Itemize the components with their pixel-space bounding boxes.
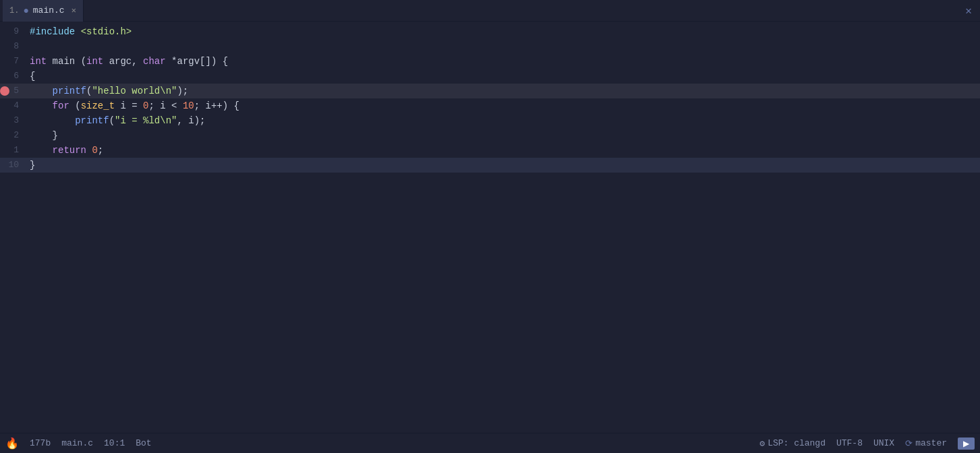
line-number-9: 9 bbox=[0, 24, 27, 39]
status-end-button[interactable]: ▶ bbox=[958, 437, 975, 450]
close-window-button[interactable]: ✕ bbox=[962, 1, 975, 20]
line-number-8: 8 bbox=[0, 39, 27, 54]
status-size: 177b bbox=[30, 438, 51, 448]
line-content-3: printf("i = %ld\n", i); bbox=[27, 113, 205, 128]
line-content-7: int main (int argc, char *argv[]) { bbox=[27, 54, 228, 69]
code-line-1: 1 return 0; bbox=[0, 143, 980, 158]
line-number-4: 4 bbox=[0, 98, 27, 113]
line-number-10: 10 bbox=[0, 158, 27, 173]
line-number-6: 6 bbox=[0, 69, 27, 84]
line-content-8 bbox=[27, 39, 35, 54]
tab-main-c[interactable]: 1. ● main.c ✕ bbox=[3, 0, 84, 22]
status-branch: ⟳ master bbox=[905, 438, 947, 449]
breakpoint-icon bbox=[0, 86, 9, 96]
code-area: 9 #include <stdio.h> 8 7 int main (int a… bbox=[0, 24, 980, 173]
code-line-3: 3 printf("i = %ld\n", i); bbox=[0, 113, 980, 128]
status-bar: 🔥 177b main.c 10:1 Bot ⚙ LSP: clangd UTF… bbox=[0, 433, 980, 453]
status-filename: main.c bbox=[61, 438, 93, 448]
status-lsp: ⚙ LSP: clangd bbox=[759, 438, 826, 449]
tab-bar: 1. ● main.c ✕ ✕ bbox=[0, 0, 980, 22]
status-line-ending: UNIX bbox=[873, 438, 894, 448]
status-mode: Bot bbox=[136, 438, 151, 448]
line-content-1: return 0; bbox=[27, 143, 103, 158]
tab-number: 1. bbox=[9, 6, 19, 16]
line-number-1: 1 bbox=[0, 143, 27, 158]
lsp-label: LSP: clangd bbox=[768, 438, 826, 448]
line-content-4: for (size_t i = 0; i < 10; i++) { bbox=[27, 98, 239, 113]
code-line-7: 7 int main (int argc, char *argv[]) { bbox=[0, 54, 980, 69]
tab-filename: main.c bbox=[33, 5, 65, 16]
code-line-8: 8 bbox=[0, 39, 980, 54]
status-bar-right: ⚙ LSP: clangd UTF-8 UNIX ⟳ master ▶ bbox=[759, 437, 975, 450]
line-content-5: printf("hello world\n"); bbox=[27, 84, 188, 98]
line-content-9: #include <stdio.h> bbox=[27, 24, 132, 39]
branch-icon: ⟳ bbox=[905, 438, 913, 449]
flame-icon: 🔥 bbox=[5, 437, 19, 450]
code-line-10: 10 } bbox=[0, 158, 980, 173]
tab-close-button[interactable]: ✕ bbox=[71, 5, 76, 16]
line-number-7: 7 bbox=[0, 54, 27, 69]
line-content-6: { bbox=[27, 69, 35, 84]
line-number-3: 3 bbox=[0, 113, 27, 128]
code-line-9: 9 #include <stdio.h> bbox=[0, 24, 980, 39]
status-encoding: UTF-8 bbox=[836, 438, 863, 448]
line-content-2: } bbox=[27, 128, 58, 143]
line-content-10: } bbox=[27, 158, 35, 173]
code-line-6: 6 { bbox=[0, 69, 980, 84]
branch-name: master bbox=[915, 438, 947, 448]
lsp-icon: ⚙ bbox=[759, 438, 765, 449]
status-position: 10:1 bbox=[104, 438, 125, 448]
tab-dot-icon: ● bbox=[23, 5, 28, 16]
line-number-2: 2 bbox=[0, 128, 27, 143]
code-line-4: 4 for (size_t i = 0; i < 10; i++) { bbox=[0, 98, 980, 113]
editor-area: 9 #include <stdio.h> 8 7 int main (int a… bbox=[0, 22, 980, 433]
code-line-2: 2 } bbox=[0, 128, 980, 143]
code-line-5: 5 printf("hello world\n"); bbox=[0, 84, 980, 98]
